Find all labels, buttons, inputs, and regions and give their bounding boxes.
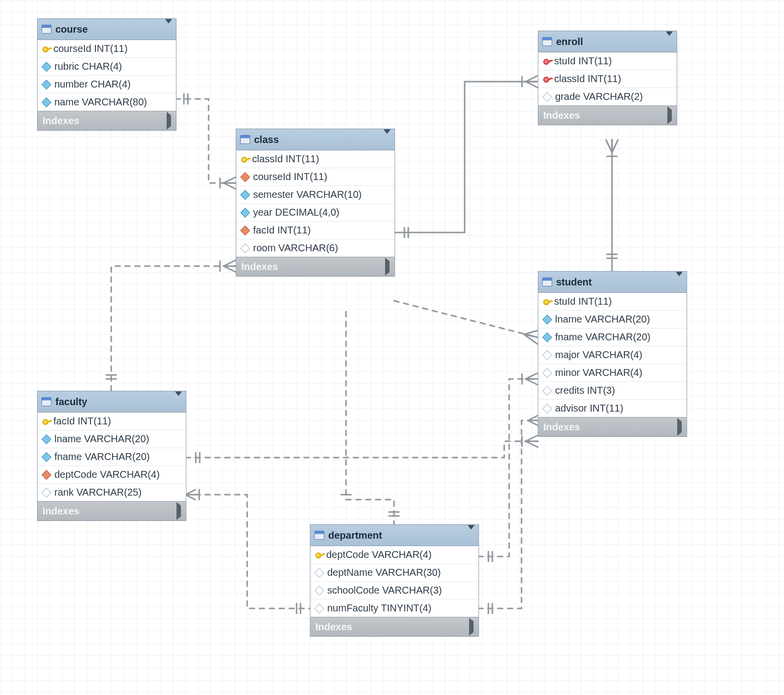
collapse-icon[interactable]: [666, 36, 673, 47]
column-label: lname VARCHAR(20): [555, 314, 650, 325]
indexes-section[interactable]: Indexes: [538, 105, 677, 125]
collapse-icon[interactable]: [468, 530, 475, 541]
column-nullable-icon: [542, 92, 552, 102]
primary-foreign-key-icon: [543, 58, 550, 65]
column-row[interactable]: rubric CHAR(4): [38, 58, 176, 76]
table-icon: [542, 278, 552, 286]
column-label: rubric CHAR(4): [54, 61, 122, 72]
column-row[interactable]: advisor INT(11): [538, 400, 687, 417]
indexes-label: Indexes: [543, 421, 580, 433]
table-header[interactable]: faculty: [38, 391, 186, 413]
column-row[interactable]: name VARCHAR(80): [38, 93, 176, 111]
indexes-section[interactable]: Indexes: [38, 111, 176, 130]
expand-icon[interactable]: [667, 110, 672, 121]
indexes-section[interactable]: Indexes: [538, 417, 687, 436]
column-row[interactable]: facId INT(11): [236, 222, 394, 239]
column-row[interactable]: numFaculty TINYINT(4): [310, 600, 479, 617]
column-row[interactable]: deptCode VARCHAR(4): [38, 466, 186, 484]
expand-icon[interactable]: [385, 261, 390, 273]
column-row[interactable]: rank VARCHAR(25): [38, 484, 186, 501]
collapse-icon[interactable]: [384, 134, 391, 145]
indexes-label: Indexes: [43, 506, 79, 517]
column-nullable-icon: [542, 350, 552, 360]
column-row[interactable]: deptCode VARCHAR(4): [310, 546, 479, 564]
primary-key-icon: [43, 46, 49, 52]
table-icon: [42, 25, 51, 34]
column-notnull-icon: [240, 190, 250, 200]
column-row[interactable]: number CHAR(4): [38, 76, 176, 93]
column-label: fname VARCHAR(20): [54, 451, 150, 463]
column-label: classId INT(11): [554, 73, 621, 85]
table-header[interactable]: enroll: [538, 31, 677, 52]
column-row[interactable]: lname VARCHAR(20): [38, 430, 186, 448]
column-row[interactable]: credits INT(3): [538, 382, 687, 400]
collapse-icon[interactable]: [165, 24, 172, 35]
column-row[interactable]: schoolCode VARCHAR(3): [310, 582, 479, 600]
column-nullable-icon: [542, 404, 552, 414]
expand-icon[interactable]: [469, 621, 474, 633]
column-nullable-icon: [240, 243, 250, 253]
column-row[interactable]: lname VARCHAR(20): [538, 311, 687, 328]
column-row[interactable]: classId INT(11): [538, 70, 677, 88]
columns-list: deptCode VARCHAR(4)deptName VARCHAR(30)s…: [310, 546, 479, 617]
expand-icon[interactable]: [167, 115, 171, 127]
column-label: fname VARCHAR(20): [555, 331, 651, 343]
column-label: major VARCHAR(4): [555, 349, 642, 361]
column-row[interactable]: deptName VARCHAR(30): [310, 564, 479, 582]
table-header[interactable]: class: [236, 129, 394, 150]
indexes-section[interactable]: Indexes: [236, 257, 394, 276]
column-row[interactable]: year DECIMAL(4,0): [236, 204, 394, 222]
indexes-section[interactable]: Indexes: [310, 617, 479, 636]
table-class[interactable]: classclassId INT(11)courseId INT(11)seme…: [236, 129, 395, 277]
column-row[interactable]: stuId INT(11): [538, 52, 677, 70]
table-title: department: [328, 530, 382, 541]
column-row[interactable]: semester VARCHAR(10): [236, 186, 394, 204]
column-row[interactable]: facId INT(11): [38, 413, 186, 430]
table-icon: [42, 397, 51, 406]
column-row[interactable]: major VARCHAR(4): [538, 346, 687, 364]
table-header[interactable]: course: [38, 19, 176, 40]
column-row[interactable]: room VARCHAR(6): [236, 239, 394, 257]
column-row[interactable]: classId INT(11): [236, 150, 394, 168]
table-enroll[interactable]: enrollstuId INT(11)classId INT(11)grade …: [538, 31, 677, 125]
column-label: deptCode VARCHAR(4): [54, 469, 160, 480]
column-label: courseId INT(11): [253, 171, 327, 183]
column-nullable-icon: [314, 603, 324, 613]
column-row[interactable]: fname VARCHAR(20): [38, 448, 186, 466]
column-label: numFaculty TINYINT(4): [327, 602, 432, 614]
table-student[interactable]: studentstuId INT(11)lname VARCHAR(20)fna…: [538, 271, 687, 437]
indexes-label: Indexes: [315, 621, 352, 633]
column-nullable-icon: [314, 586, 324, 596]
column-nullable-icon: [314, 568, 324, 578]
indexes-section[interactable]: Indexes: [38, 501, 186, 520]
table-course[interactable]: coursecourseId INT(11)rubric CHAR(4)numb…: [37, 18, 176, 131]
collapse-icon[interactable]: [175, 396, 182, 408]
table-header[interactable]: student: [538, 272, 687, 293]
column-label: number CHAR(4): [54, 79, 131, 90]
primary-key-icon: [543, 298, 550, 305]
column-label: rank VARCHAR(25): [54, 487, 141, 498]
column-row[interactable]: fname VARCHAR(20): [538, 328, 687, 346]
column-label: credits INT(3): [555, 385, 615, 396]
collapse-icon[interactable]: [676, 277, 683, 288]
column-row[interactable]: courseId INT(11): [38, 40, 176, 58]
table-faculty[interactable]: facultyfacId INT(11)lname VARCHAR(20)fna…: [37, 391, 186, 521]
column-notnull-icon: [542, 315, 552, 324]
table-title: class: [254, 134, 279, 145]
table-department[interactable]: departmentdeptCode VARCHAR(4)deptName VA…: [310, 524, 479, 637]
table-title: enroll: [556, 36, 583, 47]
column-row[interactable]: grade VARCHAR(2): [538, 88, 677, 105]
column-notnull-icon: [42, 452, 51, 462]
column-row[interactable]: minor VARCHAR(4): [538, 364, 687, 382]
table-title: faculty: [55, 396, 87, 408]
expand-icon[interactable]: [176, 506, 181, 517]
table-icon: [314, 531, 324, 540]
table-title: course: [55, 24, 88, 35]
column-label: schoolCode VARCHAR(3): [327, 585, 442, 596]
table-header[interactable]: department: [310, 525, 479, 546]
expand-icon[interactable]: [677, 421, 682, 433]
column-row[interactable]: stuId INT(11): [538, 293, 687, 311]
column-notnull-icon: [42, 62, 51, 72]
column-row[interactable]: courseId INT(11): [236, 168, 394, 186]
table-title: student: [556, 277, 592, 288]
